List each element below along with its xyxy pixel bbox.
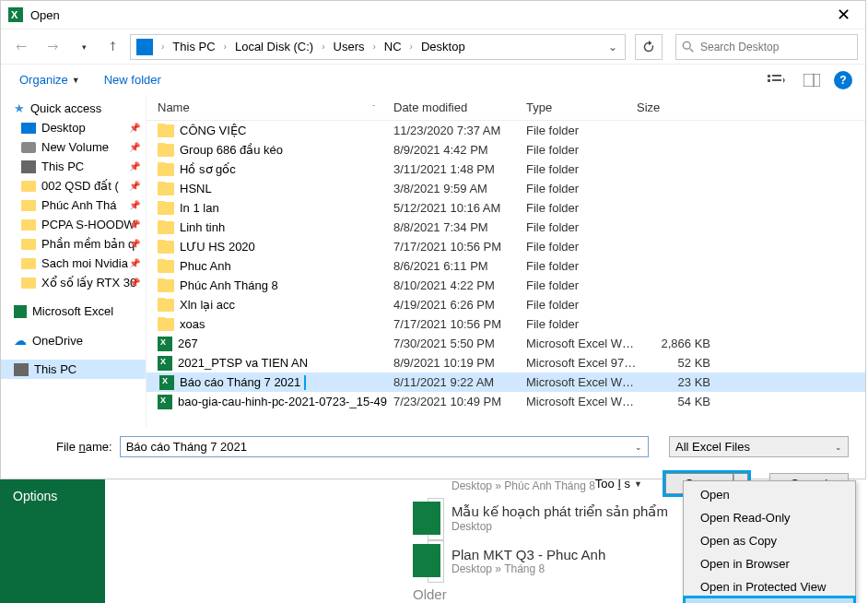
file-size: 2,866 KB <box>637 337 710 350</box>
menu-item[interactable]: Open in Protected View <box>686 575 853 598</box>
titlebar: X Open ✕ <box>1 1 865 29</box>
chevron-down-icon[interactable]: ⌄ <box>635 443 642 452</box>
file-row[interactable]: LƯU HS 20207/17/2021 10:56 PMFile folder <box>147 237 865 256</box>
nav-back-button[interactable]: 🡐 <box>8 34 34 60</box>
help-button[interactable]: ? <box>834 71 852 89</box>
file-row[interactable]: Phuc Anh8/6/2021 6:11 PMFile folder <box>147 256 865 276</box>
search-input[interactable]: Search Desktop <box>675 34 858 60</box>
menu-item[interactable]: Open and Repair... <box>686 598 853 603</box>
column-size[interactable]: Size <box>637 100 710 114</box>
new-folder-button[interactable]: New folder <box>99 69 167 90</box>
file-date: 8/9/2021 10:19 PM <box>393 356 526 370</box>
breadcrumb-item[interactable]: This PC <box>169 38 218 55</box>
column-date[interactable]: Date modified <box>393 100 526 114</box>
excel-file-icon <box>413 544 440 577</box>
file-date: 7/23/2021 10:49 PM <box>393 395 526 408</box>
file-type: File folder <box>526 124 637 137</box>
svg-line-3 <box>690 48 694 52</box>
open-file-dialog: X Open ✕ 🡐 🡒 ▾ 🡑 › This PC › Local Disk … <box>0 0 866 479</box>
folder-icon <box>158 202 174 215</box>
file-row[interactable]: Hồ sơ gốc3/11/2021 1:48 PMFile folder <box>147 160 865 179</box>
folder-icon <box>158 221 174 234</box>
menu-item[interactable]: Open as Copy <box>686 529 853 552</box>
sidebar-item[interactable]: Phần mềm bản q📌 <box>1 234 146 254</box>
pin-icon: 📌 <box>129 278 140 288</box>
sidebar-item[interactable]: ★Quick access <box>1 99 146 118</box>
refresh-button[interactable] <box>635 34 663 60</box>
sidebar-item[interactable]: This PC <box>1 360 146 379</box>
file-row[interactable]: CÔNG VIỆC11/23/2020 7:37 AMFile folder <box>147 121 865 140</box>
sidebar-item[interactable]: ☁OneDrive <box>1 330 146 350</box>
file-row[interactable]: 2677/30/2021 5:50 PMMicrosoft Excel W…2,… <box>147 334 865 353</box>
file-row[interactable]: HSNL3/8/2021 9:59 AMFile folder <box>147 179 865 198</box>
nav-up-button[interactable]: 🡑 <box>102 36 124 58</box>
sidebar-item[interactable]: 002 QSD đất (📌 <box>1 176 146 195</box>
svg-point-2 <box>683 41 690 49</box>
file-row[interactable]: xoas7/17/2021 10:56 PMFile folder <box>147 314 865 334</box>
sidebar-item[interactable]: Xổ số lấy RTX 30📌 <box>1 273 146 292</box>
file-type: Microsoft Excel W… <box>526 337 637 350</box>
nav-sidebar: ★Quick accessDesktop📌New Volume📌This PC📌… <box>1 95 147 427</box>
chevron-down-icon: ▼ <box>634 479 642 489</box>
file-row[interactable]: In 1 lan5/12/2021 10:16 AMFile folder <box>147 198 865 218</box>
breadcrumb-dropdown[interactable]: ⌄ <box>603 41 623 53</box>
file-size: 54 KB <box>637 395 710 408</box>
breadcrumb-item[interactable]: Desktop <box>417 38 469 55</box>
sidebar-item[interactable]: Phúc Anh Thá📌 <box>1 195 146 215</box>
file-date: 3/11/2021 1:48 PM <box>393 162 526 176</box>
excel-file-icon <box>158 356 172 371</box>
file-row[interactable]: Phúc Anh Tháng 88/10/2021 4:22 PMFile fo… <box>147 276 865 295</box>
menu-item[interactable]: Open <box>686 483 853 506</box>
menu-item[interactable]: Open in Browser <box>686 552 853 575</box>
sidebar-item[interactable]: This PC📌 <box>1 157 146 176</box>
filename-input[interactable]: Báo cáo Tháng 7 2021 ⌄ <box>120 436 649 457</box>
file-row[interactable]: 2021_PTSP va TIEN AN8/9/2021 10:19 PMMic… <box>147 353 865 372</box>
file-row[interactable]: Group 686 đầu kéo8/9/2021 4:42 PMFile fo… <box>147 140 865 160</box>
pin-icon: 📌 <box>129 258 140 268</box>
excel-icon: X <box>8 7 23 22</box>
dialog-title: Open <box>30 8 829 22</box>
chevron-right-icon: › <box>319 41 327 52</box>
breadcrumb-item[interactable]: Local Disk (C:) <box>231 38 317 55</box>
menu-item[interactable]: Open Read-Only <box>686 506 853 529</box>
breadcrumb[interactable]: › This PC › Local Disk (C:) › Users › NC… <box>130 34 626 60</box>
sidebar-item-label: Xổ số lấy RTX 30 <box>41 276 136 290</box>
file-date: 5/12/2021 10:16 AM <box>393 201 526 215</box>
file-row[interactable]: Linh tinh8/8/2021 7:34 PMFile folder <box>147 218 865 237</box>
sidebar-item[interactable]: New Volume📌 <box>1 137 146 157</box>
pin-icon: 📌 <box>129 219 140 230</box>
nav-forward-button[interactable]: 🡒 <box>40 34 65 60</box>
preview-pane-button[interactable] <box>799 70 825 90</box>
sidebar-item-label: Phần mềm bản q <box>41 237 135 251</box>
file-type: File folder <box>526 220 637 234</box>
nav-recent-dropdown[interactable]: ▾ <box>71 34 97 60</box>
breadcrumb-item[interactable]: NC <box>381 38 405 55</box>
sidebar-item[interactable]: Microsoft Excel <box>1 302 146 321</box>
tools-menu[interactable]: Tools ▼ <box>595 477 642 491</box>
svg-text:X: X <box>11 9 18 20</box>
column-type[interactable]: Type <box>526 100 637 114</box>
open-mode-dropdown: OpenOpen Read-OnlyOpen as CopyOpen in Br… <box>683 480 856 603</box>
pin-icon: 📌 <box>129 142 140 152</box>
sidebar-item-label: Quick access <box>30 101 101 115</box>
column-headers: Nameˆ Date modified Type Size <box>147 95 865 121</box>
file-row[interactable]: Xln lại acc4/19/2021 6:26 PMFile folder <box>147 295 865 314</box>
sidebar-item[interactable]: Desktop📌 <box>1 118 146 137</box>
column-name[interactable]: Nameˆ <box>158 100 393 114</box>
view-options-button[interactable] <box>764 70 790 90</box>
breadcrumb-item[interactable]: Users <box>330 38 369 55</box>
file-row[interactable]: Báo cáo Tháng 7 20218/11/2021 9:22 AMMic… <box>147 372 865 392</box>
filetype-select[interactable]: All Excel Files ⌄ <box>669 436 849 457</box>
excel-file-icon <box>159 375 174 390</box>
organize-menu[interactable]: Organize ▼ <box>14 69 86 90</box>
sidebar-item[interactable]: PCPA S-HOODW📌 <box>1 215 146 234</box>
file-name: Phúc Anh Tháng 8 <box>180 278 278 292</box>
file-date: 8/10/2021 4:22 PM <box>393 278 526 292</box>
folder-icon <box>158 183 174 195</box>
close-button[interactable]: ✕ <box>829 5 858 25</box>
file-row[interactable]: bao-gia-cau-hinh-pc-2021-0723-_15-497/23… <box>147 392 865 411</box>
file-name: Xln lại acc <box>180 298 235 312</box>
sidebar-item[interactable]: Sach moi Nvidia📌 <box>1 254 146 273</box>
folder-icon <box>158 318 174 331</box>
file-type: File folder <box>526 278 637 292</box>
